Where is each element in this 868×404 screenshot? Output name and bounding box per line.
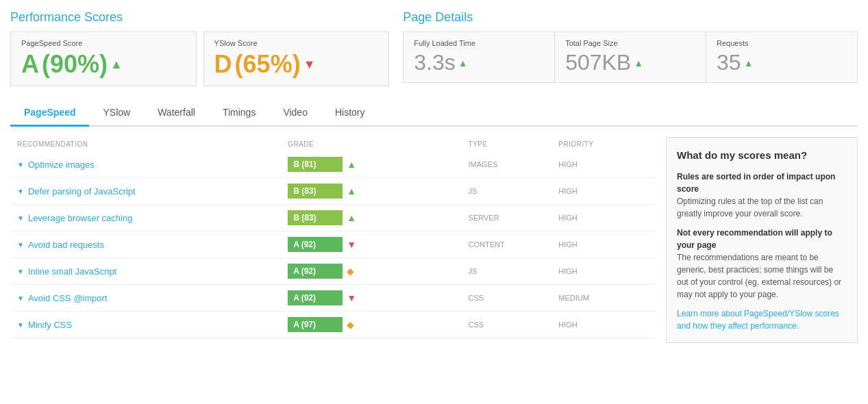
row-name[interactable]: Defer parsing of JavaScript: [28, 186, 136, 197]
row-type: JS: [469, 267, 559, 275]
tab-video[interactable]: Video: [269, 100, 321, 127]
row-trend: ▼: [347, 239, 356, 250]
row-grade: B (83) ▲: [288, 210, 468, 225]
page-details-title: Page Details: [403, 10, 858, 25]
table-row: ▼ Leverage browser caching B (83) ▲ SERV…: [10, 205, 656, 231]
page-size-value: 507KB ▲: [565, 50, 695, 75]
tab-history[interactable]: History: [321, 100, 379, 127]
infobox-para2: Not every recommendation will apply to y…: [677, 227, 847, 301]
page-details: Page Details Fully Loaded Time 3.3s ▲ To…: [403, 10, 858, 86]
page-size-box: Total Page Size 507KB ▲: [555, 32, 706, 82]
requests-value: 35 ▲: [717, 50, 847, 75]
yslow-trend: ▼: [303, 58, 316, 72]
row-priority: HIGH: [558, 267, 649, 275]
row-chevron: ▼: [17, 214, 24, 222]
infobox-link[interactable]: Learn more about PageSpeed/YSlow scores …: [677, 309, 839, 331]
row-chevron: ▼: [17, 294, 24, 302]
row-grade: A (92) ◆: [288, 264, 468, 279]
row-type: IMAGES: [469, 160, 559, 168]
row-chevron: ▼: [17, 321, 24, 329]
tabs-section: PageSpeedYSlowWaterfallTimingsVideoHisto…: [10, 100, 858, 127]
row-trend: ▲: [347, 186, 356, 197]
row-recommendation: ▼ Minify CSS: [17, 320, 288, 330]
row-recommendation: ▼ Optimize images: [17, 160, 288, 170]
scores-row: PageSpeed Score A(90%) ▲ YSlow Score D(6…: [10, 31, 389, 86]
performance-scores: Performance Scores PageSpeed Score A(90%…: [10, 10, 389, 86]
top-section: Performance Scores PageSpeed Score A(90%…: [10, 10, 858, 86]
row-type: SERVER: [469, 214, 559, 222]
row-trend: ▲: [347, 159, 356, 170]
yslow-label: YSlow Score: [214, 39, 379, 47]
row-name[interactable]: Inline small JavaScript: [28, 266, 116, 277]
requests-trend: ▲: [744, 58, 754, 68]
performance-title: Performance Scores: [10, 10, 389, 25]
col-recommendation-header: RECOMMENDATION: [17, 140, 288, 148]
row-priority: HIGH: [558, 240, 649, 249]
table-row: ▼ Inline small JavaScript A (92) ◆ JS HI…: [10, 258, 656, 285]
pagespeed-percent: (90%): [42, 50, 108, 79]
row-name[interactable]: Avoid CSS @import: [28, 293, 108, 303]
row-name[interactable]: Avoid bad requests: [28, 240, 104, 250]
row-grade: A (92) ▼: [288, 237, 468, 252]
yslow-value: D(65%) ▼: [214, 50, 379, 79]
loaded-time-box: Fully Loaded Time 3.3s ▲: [404, 32, 555, 82]
row-name[interactable]: Optimize images: [28, 160, 95, 170]
loaded-time-value: 3.3s ▲: [414, 50, 544, 75]
infobox-para2-bold: Not every recommendation will apply to y…: [677, 228, 832, 250]
main-content: RECOMMENDATION GRADE TYPE PRIORITY ▼ Opt…: [10, 137, 858, 343]
tab-yslow[interactable]: YSlow: [89, 100, 144, 127]
infobox-title: What do my scores mean?: [677, 148, 847, 164]
row-priority: MEDIUM: [558, 294, 649, 302]
row-name[interactable]: Minify CSS: [28, 320, 72, 330]
tab-timings[interactable]: Timings: [209, 100, 270, 127]
table-rows: ▼ Optimize images B (81) ▲ IMAGES HIGH ▼…: [10, 151, 656, 338]
row-trend: ◆: [347, 266, 354, 277]
infobox-para1: Rules are sorted in order of impact upon…: [677, 171, 847, 220]
page-size-label: Total Page Size: [565, 39, 695, 47]
row-name[interactable]: Leverage browser caching: [28, 213, 132, 223]
table-row: ▼ Minify CSS A (97) ◆ CSS HIGH: [10, 312, 656, 338]
infobox-para1-text: Optimizing rules at the top of the list …: [677, 197, 823, 218]
row-chevron: ▼: [17, 188, 24, 195]
pagespeed-score-box: PageSpeed Score A(90%) ▲: [10, 31, 197, 86]
row-priority: HIGH: [558, 320, 649, 329]
col-headers: RECOMMENDATION GRADE TYPE PRIORITY: [10, 137, 656, 151]
row-grade: A (92) ▼: [288, 290, 468, 305]
tabs: PageSpeedYSlowWaterfallTimingsVideoHisto…: [10, 100, 858, 125]
tab-pagespeed[interactable]: PageSpeed: [10, 100, 89, 127]
row-type: CSS: [469, 294, 559, 302]
requests-label: Requests: [717, 39, 847, 47]
row-recommendation: ▼ Avoid CSS @import: [17, 293, 288, 303]
grade-bar: A (92): [288, 237, 343, 252]
grade-bar: B (83): [288, 184, 343, 199]
pagespeed-trend: ▲: [110, 58, 123, 72]
pagespeed-value: A(90%) ▲: [21, 50, 186, 79]
col-type-header: TYPE: [469, 140, 559, 148]
infobox-para2-text: The recommendations are meant to be gene…: [677, 253, 841, 299]
row-chevron: ▼: [17, 161, 24, 168]
row-trend: ◆: [347, 319, 354, 330]
table-row: ▼ Optimize images B (81) ▲ IMAGES HIGH: [10, 151, 656, 178]
pagespeed-grade: A: [21, 50, 39, 79]
row-recommendation: ▼ Inline small JavaScript: [17, 266, 288, 277]
info-box: What do my scores mean? Rules are sorted…: [666, 137, 858, 343]
row-recommendation: ▼ Leverage browser caching: [17, 213, 288, 223]
grade-bar: B (83): [288, 210, 343, 225]
row-priority: HIGH: [558, 187, 649, 195]
pagespeed-label: PageSpeed Score: [21, 39, 186, 47]
grade-bar: A (92): [288, 264, 343, 279]
table-row: ▼ Avoid bad requests A (92) ▼ CONTENT HI…: [10, 231, 656, 258]
row-grade: B (81) ▲: [288, 157, 468, 172]
row-type: CSS: [469, 320, 559, 329]
table-section: RECOMMENDATION GRADE TYPE PRIORITY ▼ Opt…: [10, 137, 656, 343]
col-priority-header: PRIORITY: [558, 140, 649, 148]
table-row: ▼ Defer parsing of JavaScript B (83) ▲ J…: [10, 178, 656, 205]
tab-waterfall[interactable]: Waterfall: [144, 100, 209, 127]
row-trend: ▲: [347, 212, 356, 223]
row-type: JS: [469, 187, 559, 195]
row-recommendation: ▼ Avoid bad requests: [17, 240, 288, 250]
loaded-time-trend: ▲: [458, 58, 468, 68]
yslow-score-box: YSlow Score D(65%) ▼: [203, 31, 390, 86]
grade-bar: A (97): [288, 317, 343, 332]
grade-bar: B (81): [288, 157, 343, 172]
